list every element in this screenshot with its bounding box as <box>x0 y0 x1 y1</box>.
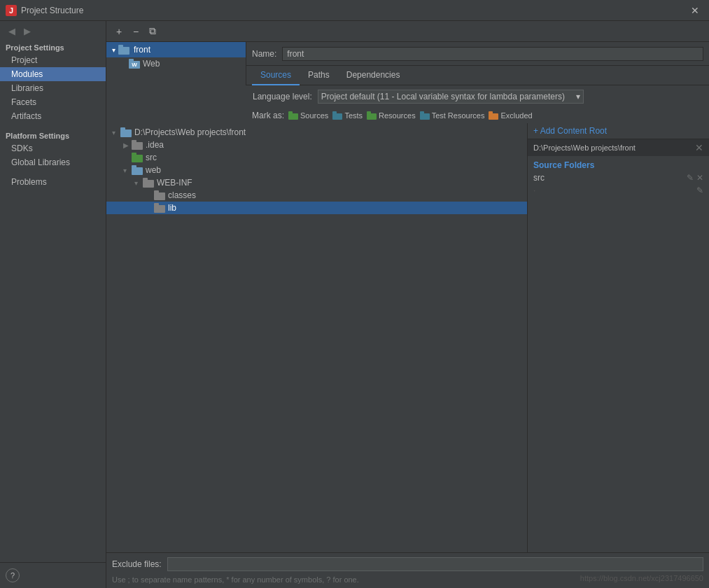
title-bar-text: Project Structure <box>21 6 687 15</box>
lang-label: Language level: <box>253 92 312 102</box>
exclude-input[interactable] <box>167 557 703 571</box>
svg-rect-9 <box>332 113 342 120</box>
sidebar-item-facets[interactable]: Facets <box>0 95 106 109</box>
name-input[interactable] <box>282 47 703 61</box>
svg-rect-22 <box>132 153 136 155</box>
sdks-label: SDKs <box>11 144 33 153</box>
problems-label: Problems <box>11 177 47 187</box>
lang-select[interactable]: Project default (11 - Local variable syn… <box>318 90 584 104</box>
tree-item-web[interactable]: ▾ web <box>106 164 527 176</box>
mark-excluded[interactable]: Excluded <box>489 111 532 120</box>
source-folders-label: Source Folders <box>528 156 709 172</box>
tree-item-webinf[interactable]: ▾ WEB-INF <box>106 176 527 189</box>
mark-tests-label: Tests <box>344 111 363 120</box>
module-front-label: front <box>134 45 150 55</box>
idea-folder-icon <box>132 140 143 150</box>
svg-rect-25 <box>143 180 154 188</box>
module-expand-arrow: ▾ <box>112 46 115 54</box>
svg-rect-24 <box>132 165 136 168</box>
svg-rect-16 <box>489 111 493 114</box>
remove-button[interactable]: − <box>129 24 143 38</box>
tree-src-label: src <box>146 153 157 162</box>
module-front-header[interactable]: ▾ front <box>106 42 246 57</box>
project-label: Project <box>11 55 37 65</box>
middle-split: ▾ D:\Projects\Web projects\front ▶ <box>106 123 709 552</box>
svg-text:W: W <box>132 62 137 68</box>
root-folder-icon <box>120 127 132 137</box>
svg-rect-13 <box>420 113 430 120</box>
project-settings-label: Project Settings <box>0 41 106 53</box>
right-panel: + Add Content Root D:\Projects\Web proje… <box>527 123 709 552</box>
close-button[interactable]: ✕ <box>687 4 703 18</box>
forward-button[interactable]: ▶ <box>21 24 34 38</box>
name-label: Name: <box>252 49 276 59</box>
tree-item-lib[interactable]: lib <box>106 202 527 214</box>
right-panel-path-text: D:\Projects\Web projects\front <box>533 144 636 152</box>
sidebar-item-sdks[interactable]: SDKs <box>0 141 106 155</box>
help-button[interactable]: ? <box>6 568 20 582</box>
svg-rect-20 <box>132 140 136 143</box>
back-button[interactable]: ◀ <box>6 24 18 38</box>
excluded-folder-icon <box>489 111 498 120</box>
sidebar-item-problems[interactable]: Problems <box>0 175 106 189</box>
svg-rect-19 <box>132 142 143 150</box>
sidebar-item-project[interactable]: Project <box>0 53 106 67</box>
tree-item-root[interactable]: ▾ D:\Projects\Web projects\front <box>106 126 527 139</box>
platform-settings-label: Platform Settings <box>0 129 106 141</box>
artifacts-label: Artifacts <box>11 111 41 121</box>
svg-rect-8 <box>288 111 293 114</box>
add-content-root-button[interactable]: + Add Content Root <box>533 126 607 136</box>
module-web-item[interactable]: W Web <box>106 57 246 70</box>
tab-dependencies[interactable]: Dependencies <box>338 66 409 85</box>
svg-rect-30 <box>154 203 159 206</box>
mark-excluded-label: Excluded <box>500 111 532 120</box>
mark-sources-label: Sources <box>300 111 328 120</box>
svg-rect-15 <box>489 113 498 120</box>
sidebar: ◀ ▶ Project Settings Project Modules Lib… <box>0 21 106 588</box>
right-panel-close-button[interactable]: ✕ <box>695 142 703 153</box>
add-button[interactable]: + <box>112 24 126 38</box>
svg-rect-2 <box>118 47 129 55</box>
mark-resources[interactable]: Resources <box>367 111 416 120</box>
sidebar-item-global-libraries[interactable]: Global Libraries <box>0 155 106 169</box>
mark-tests[interactable]: Tests <box>332 111 363 120</box>
empty-marker: · <box>533 186 535 195</box>
source-folder-empty: · ✎ <box>528 184 709 197</box>
svg-rect-29 <box>154 205 165 213</box>
nav-row: ◀ ▶ <box>0 21 106 41</box>
mark-as-label: Mark as: <box>252 111 284 120</box>
toolbar-row: + − ⧉ <box>106 21 709 42</box>
remove-source-folder-button[interactable]: ✕ <box>696 173 703 183</box>
lang-row: Language level: Project default (11 - Lo… <box>246 85 709 108</box>
copy-button[interactable]: ⧉ <box>146 24 160 38</box>
sidebar-item-modules[interactable]: Modules <box>0 67 106 81</box>
sidebar-bottom: ? <box>0 562 106 588</box>
tree-classes-label: classes <box>168 190 196 200</box>
module-web-icon: W <box>129 59 140 69</box>
libraries-label: Libraries <box>11 83 43 93</box>
content-area: + − ⧉ ▾ front <box>106 21 709 588</box>
file-tree: ▾ D:\Projects\Web projects\front ▶ <box>106 123 527 552</box>
mark-sources[interactable]: Sources <box>288 111 328 120</box>
sidebar-item-libraries[interactable]: Libraries <box>0 81 106 95</box>
test-resources-folder-icon <box>420 111 430 120</box>
web-folder-icon <box>132 165 143 175</box>
edit-source-folder-button[interactable]: ✎ <box>687 173 694 183</box>
edit-empty-folder-button[interactable]: ✎ <box>696 186 703 195</box>
watermark: https://blog.csdn.net/xcj2317496650 <box>580 574 703 582</box>
svg-rect-21 <box>132 155 143 162</box>
mark-row: Mark as: Sources Tests <box>246 108 709 123</box>
sidebar-item-artifacts[interactable]: Artifacts <box>0 109 106 123</box>
svg-rect-11 <box>367 113 377 120</box>
tab-sources[interactable]: Sources <box>252 66 300 85</box>
title-bar: J Project Structure ✕ <box>0 0 709 21</box>
tab-paths[interactable]: Paths <box>300 66 338 85</box>
mark-test-resources[interactable]: Test Resources <box>420 111 485 120</box>
svg-rect-27 <box>154 192 165 200</box>
app-icon: J <box>6 5 17 16</box>
lang-select-arrow: ▾ <box>576 92 580 102</box>
tree-item-idea[interactable]: ▶ .idea <box>106 139 527 151</box>
tree-item-src[interactable]: src <box>106 151 527 164</box>
source-folder-src-text: src <box>533 173 545 183</box>
tree-item-classes[interactable]: classes <box>106 189 527 202</box>
